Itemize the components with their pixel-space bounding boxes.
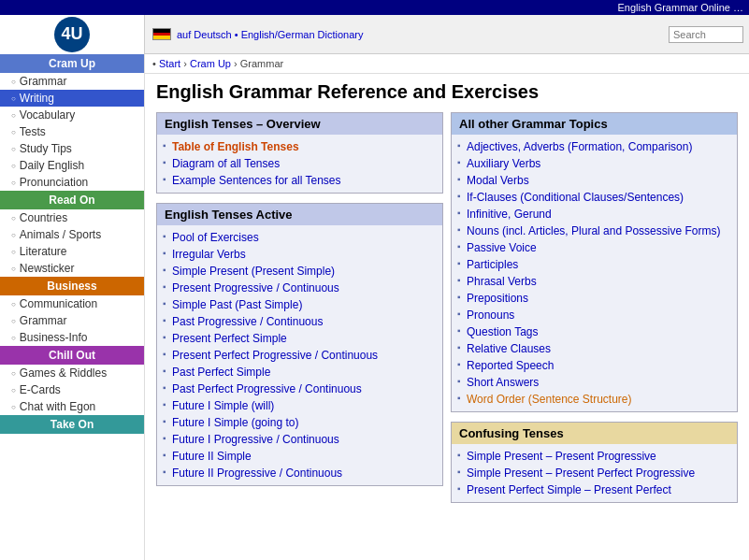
sidebar-item-newsticker[interactable]: ○Newsticker xyxy=(0,260,144,277)
right-column: All other Grammar Topics Adjectives, Adv… xyxy=(451,112,738,512)
link-simple-present-present-progres[interactable]: Simple Present – Present Progressive xyxy=(457,448,731,465)
link-pool-of-exercises[interactable]: Pool of Exercises xyxy=(163,229,437,246)
bullet-icon: ○ xyxy=(11,248,16,256)
other-grammar-header: All other Grammar Topics xyxy=(452,113,737,135)
link-simple-present-present-perfect[interactable]: Simple Present – Present Perfect Progres… xyxy=(457,465,731,481)
confusing-tenses-body: Simple Present – Present ProgressiveSimp… xyxy=(452,444,737,502)
bullet-icon: ○ xyxy=(11,111,16,120)
breadcrumb-cramup[interactable]: Cram Up xyxy=(190,58,231,69)
confusing-tenses-box: Confusing Tenses Simple Present – Presen… xyxy=(451,422,738,503)
link-simple-present-present-simple-[interactable]: Simple Present (Present Simple) xyxy=(163,263,437,280)
link-past-perfect-simple[interactable]: Past Perfect Simple xyxy=(163,364,437,381)
link-example-sentences-for-all-tens[interactable]: Example Sentences for all Tenses xyxy=(163,172,437,189)
bullet-icon: ○ xyxy=(11,300,16,309)
sidebar-item-label: Chat with Egon xyxy=(20,400,95,413)
link-short-answers[interactable]: Short Answers xyxy=(457,374,731,391)
link-adjectives-adverbs-formation-c[interactable]: Adjectives, Adverbs (Formation, Comparis… xyxy=(457,138,731,155)
sidebar-item-label: Games & Riddles xyxy=(20,366,107,380)
sidebar-item-label: Communication xyxy=(20,297,97,310)
sidebar-item-label: Grammar xyxy=(20,75,67,88)
logo-area: 4U xyxy=(0,15,145,54)
link-prepositions[interactable]: Prepositions xyxy=(457,290,731,307)
link-relative-clauses[interactable]: Relative Clauses xyxy=(457,340,731,357)
bullet-icon: ○ xyxy=(11,403,16,411)
link-future-ii-simple[interactable]: Future II Simple xyxy=(163,448,437,465)
sidebar-item-tests[interactable]: ○Tests xyxy=(0,123,144,140)
link-participles[interactable]: Participles xyxy=(457,256,731,273)
bullet-icon: ○ xyxy=(11,265,16,273)
link-future-i-progressive-continuou[interactable]: Future I Progressive / Continuous xyxy=(163,431,437,448)
sidebar-item-label: Daily English xyxy=(20,159,84,172)
other-grammar-box: All other Grammar Topics Adjectives, Adv… xyxy=(451,112,738,412)
breadcrumb: • Start › Cram Up › Grammar xyxy=(145,54,749,74)
tenses-overview-box: English Tenses – Overview Table of Engli… xyxy=(156,112,443,194)
bullet-icon: ○ xyxy=(11,334,16,342)
search-bar xyxy=(669,26,743,43)
sidebar: Cram Up○Grammar○Writing○Vocabulary○Tests… xyxy=(0,54,145,560)
link-reported-speech[interactable]: Reported Speech xyxy=(457,357,731,374)
page-title: English Grammar Reference and Exercises xyxy=(156,81,738,103)
lang-link[interactable]: auf Deutsch • English/German Dictionary xyxy=(177,29,364,40)
link-future-i-simple-will-[interactable]: Future I Simple (will) xyxy=(163,397,437,414)
link-simple-past-past-simple-[interactable]: Simple Past (Past Simple) xyxy=(163,296,437,313)
top-bar: English Grammar Online … xyxy=(0,0,749,15)
right-panel: • Start › Cram Up › Grammar English Gram… xyxy=(145,54,749,560)
link-auxiliary-verbs[interactable]: Auxiliary Verbs xyxy=(457,155,731,172)
link-nouns-incl-articles-plural-and[interactable]: Nouns (incl. Articles, Plural and Posses… xyxy=(457,223,731,239)
link-present-progressive-continuous[interactable]: Present Progressive / Continuous xyxy=(163,280,437,296)
sidebar-item-communication[interactable]: ○Communication xyxy=(0,295,144,312)
sidebar-item-label: Grammar xyxy=(20,314,67,327)
link-phrasal-verbs[interactable]: Phrasal Verbs xyxy=(457,273,731,290)
search-input[interactable] xyxy=(669,26,743,43)
left-column: English Tenses – Overview Table of Engli… xyxy=(156,112,443,512)
bullet-icon: ○ xyxy=(11,162,16,170)
link-word-order-sentence-structure-[interactable]: Word Order (Sentence Structure) xyxy=(457,391,731,408)
link-past-progressive-continuous[interactable]: Past Progressive / Continuous xyxy=(163,313,437,330)
sidebar-item-label: Animals / Sports xyxy=(20,228,101,241)
site-title: English Grammar Online … xyxy=(618,2,744,13)
sidebar-section-cram-up: Cram Up xyxy=(0,54,144,73)
link-present-perfect-progressive-co[interactable]: Present Perfect Progressive / Continuous xyxy=(163,347,437,364)
sidebar-item-pronunciation[interactable]: ○Pronunciation xyxy=(0,174,144,191)
sidebar-item-study-tips[interactable]: ○Study Tips xyxy=(0,140,144,157)
link-table-of-english-tenses[interactable]: Table of English Tenses xyxy=(163,138,437,155)
sidebar-section-take-on: Take On xyxy=(0,415,144,434)
link-infinitive-gerund[interactable]: Infinitive, Gerund xyxy=(457,206,731,223)
sidebar-item-chat-with-egon[interactable]: ○Chat with Egon xyxy=(0,398,144,415)
link-irregular-verbs[interactable]: Irregular Verbs xyxy=(163,246,437,263)
sidebar-item-grammar[interactable]: ○Grammar xyxy=(0,73,144,90)
sidebar-item-daily-english[interactable]: ○Daily English xyxy=(0,157,144,174)
link-question-tags[interactable]: Question Tags xyxy=(457,323,731,340)
link-future-i-simple-going-to-[interactable]: Future I Simple (going to) xyxy=(163,414,437,431)
sidebar-item-animals---sports[interactable]: ○Animals / Sports xyxy=(0,226,144,243)
link-past-perfect-progressive-conti[interactable]: Past Perfect Progressive / Continuous xyxy=(163,381,437,397)
sidebar-item-grammar[interactable]: ○Grammar xyxy=(0,312,144,329)
bullet-icon: ○ xyxy=(11,214,16,223)
link-if-clauses-conditional-clauses[interactable]: If-Clauses (Conditional Clauses/Sentence… xyxy=(457,189,731,206)
lang-bar: auf Deutsch • English/German Dictionary xyxy=(145,28,669,40)
breadcrumb-current: Grammar xyxy=(240,58,283,69)
link-pronouns[interactable]: Pronouns xyxy=(457,307,731,323)
sidebar-item-vocabulary[interactable]: ○Vocabulary xyxy=(0,107,144,123)
sidebar-item-games-&-riddles[interactable]: ○Games & Riddles xyxy=(0,365,144,381)
bullet-icon: ○ xyxy=(11,231,16,239)
sidebar-item-label: Study Tips xyxy=(20,142,72,155)
link-diagram-of-all-tenses[interactable]: Diagram of all Tenses xyxy=(163,155,437,172)
sidebar-item-writing[interactable]: ○Writing xyxy=(0,90,144,107)
link-future-ii-progressive-continuo[interactable]: Future II Progressive / Continuous xyxy=(163,465,437,481)
sidebar-item-literature[interactable]: ○Literature xyxy=(0,243,144,260)
tenses-active-body: Pool of ExercisesIrregular VerbsSimple P… xyxy=(157,225,442,485)
sidebar-item-label: E-Cards xyxy=(20,383,61,396)
sidebar-item-countries[interactable]: ○Countries xyxy=(0,209,144,226)
bullet-icon: ○ xyxy=(11,317,16,325)
bullet-icon: ○ xyxy=(11,78,16,86)
link-passive-voice[interactable]: Passive Voice xyxy=(457,239,731,256)
link-modal-verbs[interactable]: Modal Verbs xyxy=(457,172,731,189)
sidebar-item-label: Countries xyxy=(20,211,67,224)
link-present-perfect-simple-present[interactable]: Present Perfect Simple – Present Perfect xyxy=(457,481,731,498)
sidebar-item-business-info[interactable]: ○Business-Info xyxy=(0,329,144,346)
bullet-icon: ○ xyxy=(11,94,16,103)
sidebar-item-e-cards[interactable]: ○E-Cards xyxy=(0,381,144,398)
breadcrumb-start[interactable]: Start xyxy=(159,58,180,69)
link-present-perfect-simple[interactable]: Present Perfect Simple xyxy=(163,330,437,347)
